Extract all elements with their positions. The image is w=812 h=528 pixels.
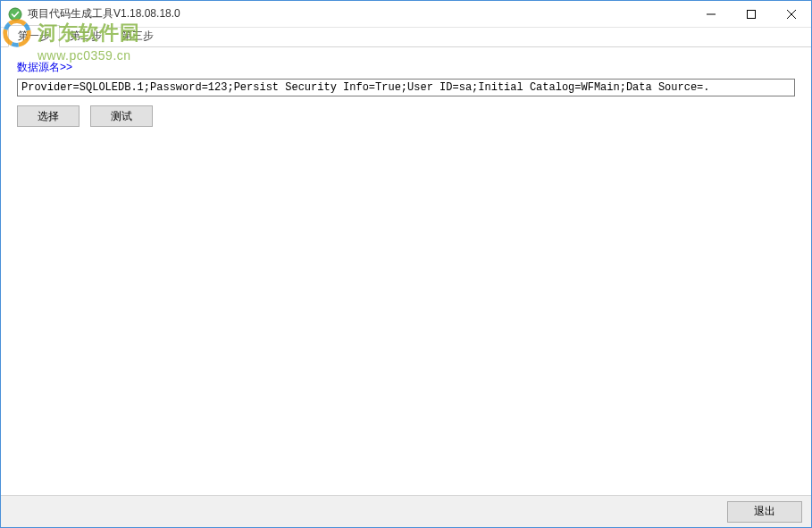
exit-button[interactable]: 退出 bbox=[727, 501, 802, 523]
content-area: 第一步 第二步 第三步 数据源名>> 选择 测试 退出 bbox=[1, 28, 811, 527]
connection-string-input[interactable] bbox=[17, 79, 795, 96]
tab-step2[interactable]: 第二步 bbox=[60, 25, 112, 47]
tab-step1[interactable]: 第一步 bbox=[8, 25, 60, 47]
app-window: 项目代码生成工具V1.18.08.18.0 第一步 第二步 第三步 数据源名>> bbox=[0, 0, 812, 528]
maximize-button[interactable] bbox=[731, 1, 771, 27]
datasource-section: 数据源名>> 选择 测试 bbox=[17, 60, 795, 127]
test-button[interactable]: 测试 bbox=[90, 105, 153, 127]
select-button[interactable]: 选择 bbox=[17, 105, 80, 127]
tab-panel-step1: 数据源名>> 选择 测试 bbox=[1, 47, 811, 495]
connection-row bbox=[17, 79, 795, 96]
titlebar: 项目代码生成工具V1.18.08.18.0 bbox=[1, 1, 811, 28]
footer-bar: 退出 bbox=[1, 495, 811, 527]
window-controls bbox=[691, 1, 811, 27]
close-button[interactable] bbox=[771, 1, 811, 27]
tabs-bar: 第一步 第二步 第三步 bbox=[1, 28, 811, 47]
button-row: 选择 测试 bbox=[17, 105, 795, 127]
app-icon bbox=[8, 7, 22, 21]
minimize-button[interactable] bbox=[691, 1, 731, 27]
datasource-link[interactable]: 数据源名>> bbox=[17, 60, 72, 75]
tab-step3[interactable]: 第三步 bbox=[112, 25, 163, 47]
window-title: 项目代码生成工具V1.18.08.18.0 bbox=[28, 6, 691, 21]
svg-rect-2 bbox=[747, 10, 755, 18]
svg-point-0 bbox=[9, 8, 21, 21]
